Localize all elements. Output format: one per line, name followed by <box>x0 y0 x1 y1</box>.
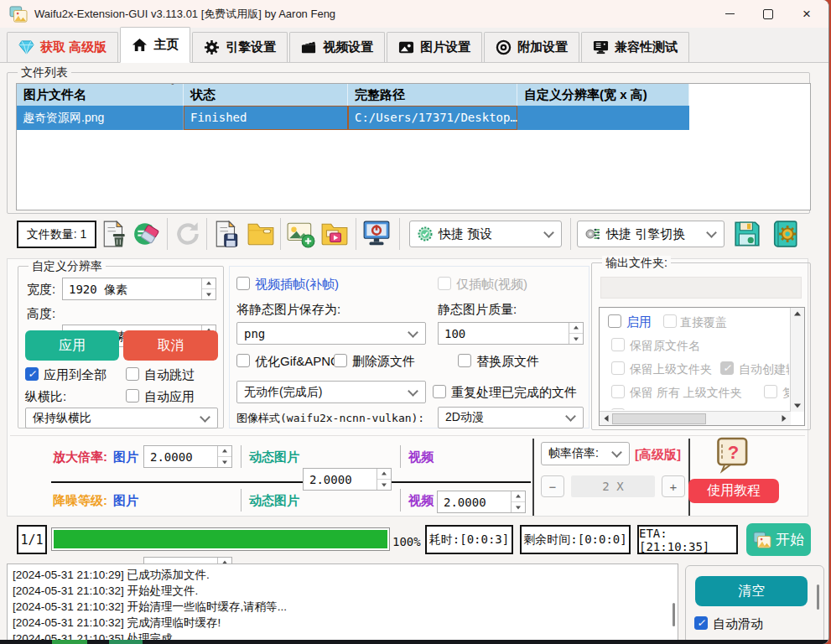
apply-button[interactable]: 应用 <box>25 330 119 361</box>
column-header-filename[interactable]: 图片文件名 ˇ <box>17 84 184 106</box>
tab-get-premium[interactable]: 获取 高级版 <box>7 32 118 62</box>
cell-resolution[interactable] <box>517 106 689 130</box>
vfi-checkbox[interactable] <box>236 277 250 290</box>
auto-apply-checkbox[interactable] <box>126 389 139 402</box>
taskbar-sliver <box>0 640 828 644</box>
table-row[interactable]: 趣奇资源网.png Finished C:/Users/17371/Deskto… <box>17 106 689 130</box>
remove-file-button[interactable] <box>99 217 131 251</box>
delete-source-checkbox[interactable] <box>334 354 347 367</box>
help-icon: ? <box>714 437 749 474</box>
keep-all-parent-checkbox <box>611 385 625 398</box>
picture-icon <box>398 39 414 55</box>
spin-up-icon[interactable] <box>377 469 391 480</box>
spin-up-icon[interactable] <box>218 446 231 457</box>
panel-scrollbar-thumb[interactable] <box>817 584 819 610</box>
tab-bar: 获取 高级版 主页 引擎设置 视频设置 <box>0 28 828 63</box>
reprocess-checkbox[interactable] <box>433 385 446 398</box>
enable-output-checkbox[interactable] <box>608 314 621 328</box>
cancel-button[interactable]: 取消 <box>123 330 218 361</box>
scrollbar-thumb[interactable] <box>612 413 706 424</box>
image-quality-spinbox[interactable]: 100 <box>438 322 584 345</box>
spin-up-icon[interactable] <box>202 278 216 289</box>
optimize-gif-checkbox[interactable] <box>236 354 250 367</box>
start-button[interactable]: 开始 <box>746 523 811 556</box>
image-format-combobox[interactable]: png <box>236 322 426 345</box>
log-line: [2024-05-31 21:10:32] 完成清理临时缓存! <box>8 615 678 631</box>
save-image-as-label: 将静态图片保存为: <box>236 302 340 318</box>
zoom-image-spinbox[interactable]: 2.0000 <box>143 445 232 468</box>
auto-scroll-checkbox[interactable]: ✓ <box>694 616 708 630</box>
scroll-left-icon[interactable] <box>600 412 613 425</box>
fps-plus-button[interactable]: + <box>662 475 685 497</box>
scroll-up-icon[interactable] <box>791 308 804 319</box>
column-header-resolution[interactable]: 自定义分辨率(宽 x 高) <box>517 84 689 106</box>
spin-down-icon[interactable] <box>512 502 525 512</box>
add-video-folder-button[interactable] <box>319 217 351 251</box>
tab-additional-settings[interactable]: 附加设置 <box>484 32 579 62</box>
fps-minus-button[interactable]: − <box>541 475 564 497</box>
fps-multiplier-combobox[interactable]: 帧率倍率: <box>541 442 630 465</box>
spin-up-icon[interactable] <box>569 323 583 334</box>
replace-original-checkbox[interactable] <box>458 354 471 367</box>
enable-output-label: 启用 <box>626 314 652 330</box>
cell-path[interactable]: C:/Users/17371/Desktop… <box>348 106 517 130</box>
log-scrollbar-thumb[interactable] <box>673 603 675 626</box>
log-output: [2024-05-31 21:10:29] 已成功添加文件. [2024-05-… <box>7 564 678 644</box>
auto-open-checkbox <box>611 408 625 410</box>
spin-up-icon[interactable] <box>512 491 525 502</box>
tab-home[interactable]: 主页 <box>120 27 190 63</box>
cell-filename[interactable]: 趣奇资源网.png <box>17 106 184 130</box>
tab-video-settings[interactable]: 视频设置 <box>289 32 385 62</box>
output-folder-input[interactable] <box>600 277 802 299</box>
add-image-icon <box>287 220 315 248</box>
image-style-combobox[interactable]: 2D动漫 <box>438 407 584 428</box>
add-image-button[interactable] <box>285 217 317 251</box>
file-counter-box: 1/1 <box>17 525 47 554</box>
tab-engine-settings[interactable]: 引擎设置 <box>192 32 288 62</box>
title-bar: Waifu2x-Extension-GUI v3.113.01 [免费试用版] … <box>0 0 828 28</box>
read-file-list-button[interactable] <box>245 217 277 251</box>
spin-down-icon[interactable] <box>569 334 583 344</box>
shutdown-monitor-button[interactable] <box>361 217 392 251</box>
close-button[interactable]: × <box>787 0 826 28</box>
tutorial-button[interactable]: 使用教程 <box>688 479 779 503</box>
aspect-ratio-combobox[interactable]: 保持纵横比 <box>25 408 218 428</box>
spin-down-icon[interactable] <box>377 480 391 490</box>
quick-preset-combobox[interactable]: 快捷 预设 <box>409 221 562 247</box>
clear-log-button[interactable]: 清空 <box>695 576 808 606</box>
file-count-box: 文件数量: 1 <box>17 221 96 248</box>
zoom-gif-spinbox[interactable]: 2.0000 <box>303 468 392 491</box>
save-settings-button[interactable] <box>731 217 763 251</box>
tab-image-settings[interactable]: 图片设置 <box>387 32 482 62</box>
premium-tag: [高级版] <box>635 447 681 463</box>
minimize-icon <box>725 13 735 14</box>
apply-to-all-checkbox[interactable]: ✓ <box>25 367 39 381</box>
scroll-down-icon[interactable] <box>791 400 804 412</box>
post-action-combobox[interactable]: 无动作(完成后) <box>236 381 426 403</box>
maximize-button[interactable] <box>749 0 787 28</box>
keep-all-parent-label: 保留 所有 上级文件夹 <box>630 386 742 401</box>
log-line: [2024-05-31 21:10:32] 开始清理一些临时缓存,请稍等... <box>8 599 678 615</box>
column-header-status[interactable]: 状态 <box>184 84 348 106</box>
table-header: 图片文件名 ˇ 状态 完整路径 自定义分辨率(宽 x 高) <box>17 84 810 106</box>
zoom-video-spinbox[interactable]: 2.0000 <box>437 491 526 513</box>
save-file-list-button[interactable] <box>211 217 243 251</box>
column-header-path[interactable]: 完整路径 <box>348 84 517 106</box>
scroll-right-icon[interactable] <box>777 412 791 425</box>
settings-manual-button[interactable] <box>770 217 802 251</box>
custom-resolution-title: 自定义分辨率 <box>29 259 106 273</box>
auto-skip-checkbox[interactable] <box>126 367 139 381</box>
clear-file-list-button[interactable] <box>131 217 163 251</box>
quick-engine-switch-combobox[interactable]: 快捷 引擎切换 <box>577 221 725 247</box>
refresh-button[interactable] <box>172 217 204 251</box>
vertical-scrollbar[interactable] <box>790 308 804 412</box>
spin-down-icon[interactable] <box>218 457 231 467</box>
chevron-down-icon <box>408 327 418 338</box>
gear-ring-icon <box>496 39 512 55</box>
width-spinbox[interactable]: 1920 像素 <box>62 278 216 300</box>
cell-status[interactable]: Finished <box>184 106 348 130</box>
horizontal-scrollbar[interactable] <box>600 411 791 425</box>
tab-compatibility-test[interactable]: 兼容性测试 <box>581 32 689 62</box>
spin-down-icon[interactable] <box>202 289 216 299</box>
minimize-button[interactable] <box>710 0 749 28</box>
